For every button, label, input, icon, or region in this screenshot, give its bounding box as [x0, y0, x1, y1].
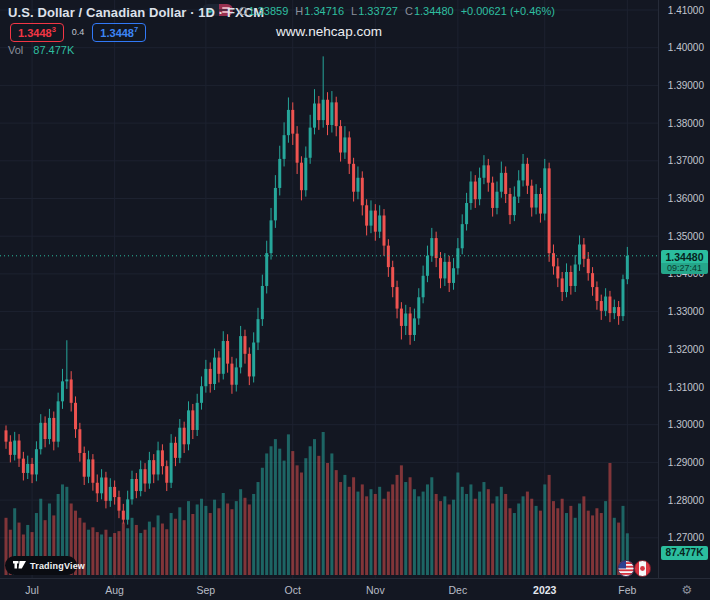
tradingview-logo-text: TradingView — [30, 561, 85, 571]
trading-chart-app: U.S. Dollar / Canadian Dollar · 1D · FXC… — [0, 0, 710, 600]
tradingview-mark-icon — [13, 561, 26, 571]
high-label: H — [295, 5, 303, 17]
change-value: +0.00621 (+0.46%) — [461, 5, 555, 17]
volume-label: Vol — [8, 44, 23, 56]
axis-settings-gear-icon[interactable]: ⚙ — [678, 582, 696, 598]
time-tick-label: Jul — [25, 584, 38, 596]
price-tick-label: 1.29000 — [668, 457, 704, 468]
bid-fraction-digit: 3 — [52, 25, 56, 34]
low-label: L — [351, 5, 357, 17]
time-tick-label: Dec — [449, 584, 468, 596]
time-axis[interactable]: JulAugSepOctNovDec2023Feb — [0, 578, 710, 600]
current-price-badge: 1.34480 09:27:41 — [661, 250, 708, 274]
tradingview-logo-link[interactable]: TradingView — [5, 556, 77, 575]
candles-layer — [5, 56, 629, 524]
sell-bid-button[interactable]: 1.34483 — [10, 23, 64, 42]
close-label: C — [405, 5, 413, 17]
open-label: O — [239, 5, 248, 17]
high-value: 1.34716 — [304, 5, 344, 17]
price-tick-label: 1.41000 — [668, 5, 704, 16]
time-tick-label: Sep — [197, 584, 216, 596]
price-tick-label: 1.28000 — [668, 495, 704, 506]
chart-legend: U.S. Dollar / Canadian Dollar · 1D · FXC… — [8, 4, 264, 20]
symbol-title[interactable]: U.S. Dollar / Canadian Dollar · 1D · FXC… — [8, 5, 264, 20]
volume-value: 87.477K — [33, 44, 74, 56]
time-tick-label: Nov — [366, 584, 385, 596]
price-tick-label: 1.38000 — [668, 118, 704, 129]
bid-ask-panel: 1.34483 0.4 1.34487 — [10, 23, 146, 42]
close-value: 1.34480 — [414, 5, 454, 17]
price-tick-label: 1.39000 — [668, 80, 704, 91]
price-axis[interactable]: 1.410001.400001.390001.380001.370001.360… — [658, 0, 710, 578]
buy-ask-button[interactable]: 1.34487 — [92, 23, 146, 42]
price-tick-label: 1.33000 — [668, 306, 704, 317]
price-tick-label: 1.37000 — [668, 155, 704, 166]
open-value: 1.33859 — [249, 5, 289, 17]
price-tick-label: 1.40000 — [668, 42, 704, 53]
usd-cad-flags-icon — [616, 559, 654, 578]
volume-axis-badge: 87.477K — [661, 546, 708, 560]
price-tick-label: 1.32000 — [668, 344, 704, 355]
time-tick-label: Aug — [105, 584, 124, 596]
time-tick-label: 2023 — [533, 584, 556, 596]
time-tick-label: Feb — [618, 584, 636, 596]
price-tick-label: 1.27000 — [668, 532, 704, 543]
spread-value: 0.4 — [70, 27, 87, 37]
bar-countdown: 09:27:41 — [661, 263, 708, 274]
candlestick-chart-canvas[interactable] — [0, 0, 710, 600]
price-tick-label: 1.36000 — [668, 193, 704, 204]
price-tick-label: 1.31000 — [668, 382, 704, 393]
volume-study-legend: Vol 87.477K — [8, 44, 74, 56]
current-price-value: 1.34480 — [661, 250, 708, 263]
ask-fraction-digit: 7 — [134, 25, 138, 34]
volume-layer — [5, 432, 629, 575]
ohlc-readout: O1.33859 H1.34716 L1.33727 C1.34480 +0.0… — [239, 5, 555, 17]
time-tick-label: Oct — [285, 584, 301, 596]
price-tick-label: 1.30000 — [668, 419, 704, 430]
price-tick-label: 1.35000 — [668, 231, 704, 242]
low-value: 1.33727 — [358, 5, 398, 17]
